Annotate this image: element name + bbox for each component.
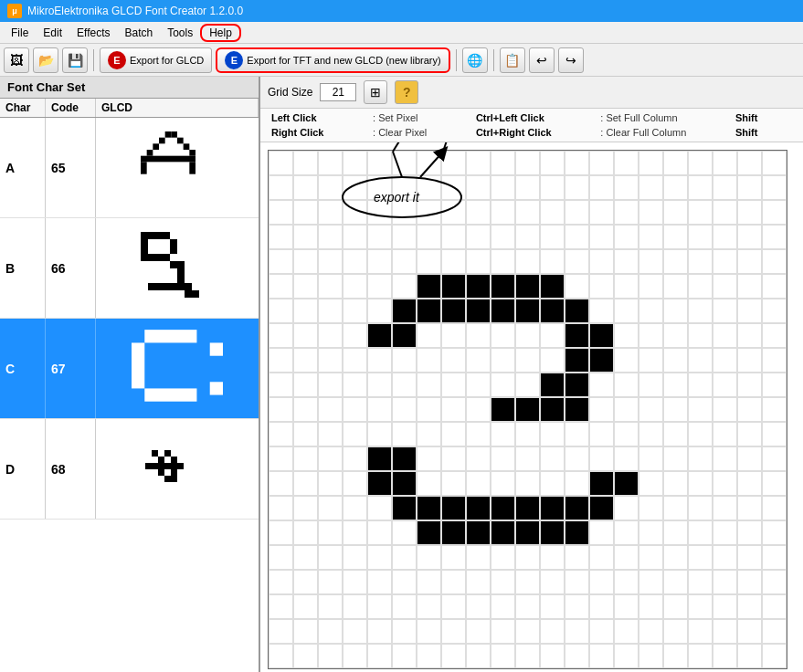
pixel-16-18[interactable] (713, 545, 737, 570)
pixel-18-17[interactable] (688, 594, 713, 619)
menu-tools[interactable]: Tools (160, 25, 200, 41)
char-row-d[interactable]: D 68 (0, 419, 259, 520)
pixel-16-7[interactable] (441, 545, 466, 570)
pixel-7-2[interactable] (318, 323, 343, 348)
pixel-16-5[interactable] (392, 545, 417, 570)
pixel-6-10[interactable] (515, 299, 540, 323)
pixel-2-14[interactable] (614, 200, 639, 225)
pixel-0-0[interactable] (269, 151, 293, 175)
pixel-1-14[interactable] (614, 175, 639, 200)
pixel-12-12[interactable] (565, 446, 589, 471)
pixel-3-0[interactable] (269, 225, 293, 249)
pixel-11-15[interactable] (639, 422, 663, 446)
pixel-6-20[interactable] (762, 299, 787, 323)
pixel-12-19[interactable] (737, 446, 762, 471)
grid-size-input[interactable] (320, 83, 356, 101)
pixel-3-10[interactable] (515, 225, 540, 249)
pixel-10-9[interactable] (491, 397, 515, 422)
menu-edit[interactable]: Edit (36, 25, 69, 41)
pixel-9-6[interactable] (417, 373, 441, 397)
pixel-5-12[interactable] (565, 274, 589, 299)
pixel-15-10[interactable] (515, 520, 540, 545)
pixel-10-1[interactable] (293, 397, 318, 422)
pixel-11-5[interactable] (392, 422, 417, 446)
char-row-a[interactable]: A 65 (0, 118, 259, 218)
pixel-16-19[interactable] (737, 545, 762, 570)
pixel-11-1[interactable] (293, 422, 318, 446)
pixel-11-8[interactable] (466, 422, 491, 446)
pixel-12-8[interactable] (466, 446, 491, 471)
pixel-12-18[interactable] (713, 446, 737, 471)
pixel-18-12[interactable] (565, 594, 589, 619)
pixel-17-13[interactable] (589, 570, 614, 594)
pixel-15-15[interactable] (639, 520, 663, 545)
pixel-3-18[interactable] (713, 225, 737, 249)
pixel-8-4[interactable] (367, 348, 392, 373)
toolbar-redo-btn[interactable]: ↪ (558, 47, 584, 73)
pixel-4-7[interactable] (441, 249, 466, 274)
pixel-13-18[interactable] (713, 471, 737, 496)
pixel-11-17[interactable] (688, 422, 713, 446)
pixel-5-5[interactable] (392, 274, 417, 299)
pixel-10-12[interactable] (565, 397, 589, 422)
pixel-6-7[interactable] (441, 299, 466, 323)
menu-help[interactable]: Help (200, 24, 241, 42)
pixel-13-20[interactable] (762, 471, 787, 496)
pixel-16-3[interactable] (343, 545, 367, 570)
pixel-14-15[interactable] (639, 496, 663, 520)
pixel-2-3[interactable] (343, 200, 367, 225)
pixel-6-9[interactable] (491, 299, 515, 323)
pixel-8-14[interactable] (614, 348, 639, 373)
pixel-11-3[interactable] (343, 422, 367, 446)
pixel-12-1[interactable] (293, 446, 318, 471)
pixel-3-14[interactable] (614, 225, 639, 249)
pixel-5-20[interactable] (762, 274, 787, 299)
pixel-19-8[interactable] (466, 619, 491, 644)
pixel-1-19[interactable] (737, 175, 762, 200)
pixel-18-6[interactable] (417, 594, 441, 619)
pixel-8-1[interactable] (293, 348, 318, 373)
pixel-6-18[interactable] (713, 299, 737, 323)
pixel-19-12[interactable] (565, 619, 589, 644)
pixel-10-6[interactable] (417, 397, 441, 422)
pixel-8-7[interactable] (441, 348, 466, 373)
pixel-0-19[interactable] (737, 151, 762, 175)
pixel-16-16[interactable] (663, 545, 688, 570)
pixel-8-8[interactable] (466, 348, 491, 373)
pixel-9-7[interactable] (441, 373, 466, 397)
pixel-19-18[interactable] (713, 619, 737, 644)
pixel-2-19[interactable] (737, 200, 762, 225)
pixel-13-9[interactable] (491, 471, 515, 496)
pixel-17-7[interactable] (441, 570, 466, 594)
pixel-8-17[interactable] (688, 348, 713, 373)
pixel-1-0[interactable] (269, 175, 293, 200)
pixel-2-7[interactable] (441, 200, 466, 225)
pixel-3-8[interactable] (466, 225, 491, 249)
pixel-13-16[interactable] (663, 471, 688, 496)
pixel-9-18[interactable] (713, 373, 737, 397)
pixel-19-3[interactable] (343, 619, 367, 644)
pixel-18-16[interactable] (663, 594, 688, 619)
pixel-20-12[interactable] (565, 644, 589, 668)
pixel-17-19[interactable] (737, 570, 762, 594)
pixel-10-5[interactable] (392, 397, 417, 422)
pixel-11-10[interactable] (515, 422, 540, 446)
pixel-5-11[interactable] (540, 274, 565, 299)
pixel-1-1[interactable] (293, 175, 318, 200)
pixel-11-20[interactable] (762, 422, 787, 446)
pixel-2-18[interactable] (713, 200, 737, 225)
pixel-9-9[interactable] (491, 373, 515, 397)
pixel-4-17[interactable] (688, 249, 713, 274)
pixel-0-6[interactable] (417, 151, 441, 175)
pixel-19-7[interactable] (441, 619, 466, 644)
toolbar-save-btn[interactable]: 💾 (62, 47, 88, 73)
pixel-7-20[interactable] (762, 323, 787, 348)
pixel-12-20[interactable] (762, 446, 787, 471)
pixel-15-8[interactable] (466, 520, 491, 545)
pixel-12-4[interactable] (367, 446, 392, 471)
pixel-14-19[interactable] (737, 496, 762, 520)
pixel-7-14[interactable] (614, 323, 639, 348)
pixel-18-5[interactable] (392, 594, 417, 619)
pixel-15-16[interactable] (663, 520, 688, 545)
pixel-7-5[interactable] (392, 323, 417, 348)
